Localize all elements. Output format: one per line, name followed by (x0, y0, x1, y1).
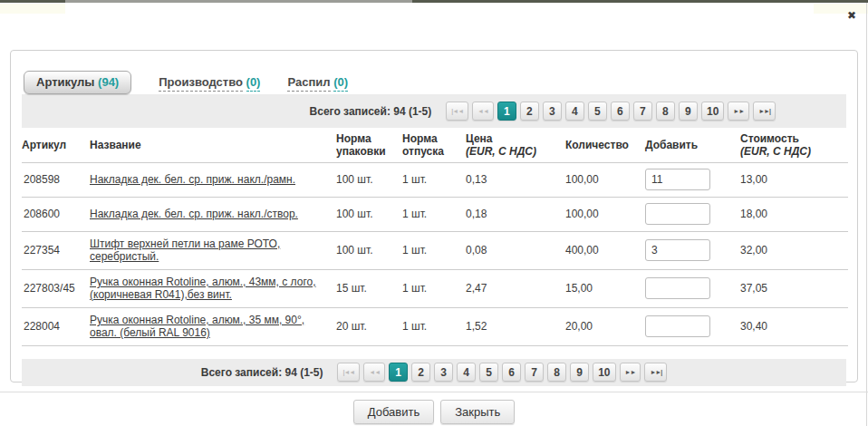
page-button-9[interactable]: 9 (679, 102, 698, 121)
pagination-bottom: Всего записей: 94 (1-5) |◄◄◄◄12345678910… (22, 359, 846, 386)
first-page-button: |◄◄ (337, 363, 360, 382)
column-header-5: Цена(EUR, С НДС) (466, 128, 565, 162)
article-name-link[interactable]: Накладка дек. бел. ср. приж. накл./рамн. (90, 173, 295, 186)
tab-production[interactable]: Производство (0) (159, 75, 260, 89)
last-page-button[interactable]: ►►| (753, 102, 776, 121)
page-button-5[interactable]: 5 (479, 363, 498, 382)
add-quantity-input[interactable] (645, 277, 710, 299)
window-top-edge-segment (65, 0, 412, 3)
page-button-9[interactable]: 9 (570, 363, 589, 382)
price-cell: 0,18 (466, 197, 565, 231)
next-page-button[interactable]: ►► (620, 363, 641, 382)
tab-production-label: Производство (159, 75, 243, 92)
name-cell: Ручка оконная Rotoline, алюм., 43мм, с л… (90, 269, 336, 307)
tab-articles[interactable]: Артикулы (94) (24, 71, 131, 94)
page-button-5[interactable]: 5 (588, 102, 607, 121)
add-cell (645, 269, 740, 307)
page-button-8[interactable]: 8 (656, 102, 675, 121)
article-name-link[interactable]: Накладка дек. бел. ср. приж. накл./створ… (90, 208, 298, 220)
add-cell (645, 231, 740, 269)
article-name-link[interactable]: Ручка оконная Rotoline, алюм., 43мм, с л… (90, 276, 316, 301)
column-header-4: Норма отпуска (402, 128, 466, 162)
article-cell: 208600 (22, 197, 90, 231)
table-row: 208598Накладка дек. бел. ср. приж. накл.… (22, 162, 848, 197)
quantity-cell: 100,00 (565, 197, 645, 231)
close-button[interactable]: Закрыть (440, 400, 515, 424)
article-name-link[interactable]: Штифт верхней петли на раме РОТО, серебр… (90, 237, 280, 263)
add-cell (645, 197, 740, 231)
page-button-7[interactable]: 7 (525, 363, 544, 382)
table-row: 227803/45Ручка оконная Rotoline, алюм., … (22, 269, 848, 307)
price-cell: 0,13 (466, 162, 565, 197)
records-summary-bottom: Всего записей: 94 (1-5) (201, 366, 323, 379)
page-button-4[interactable]: 4 (457, 363, 476, 382)
article-cell: 208598 (22, 162, 90, 197)
page-button-2[interactable]: 2 (520, 102, 539, 121)
page-button-7[interactable]: 7 (633, 102, 652, 121)
tab-bar: Артикулы (94) Производство (0) Распил (0… (11, 51, 857, 94)
tab-production-count: (0) (246, 75, 261, 92)
pack-cell: 100 шт. (336, 162, 402, 197)
column-header-6: Количество (565, 128, 645, 162)
cost-cell: 37,05 (740, 269, 848, 307)
tab-raspil-count: (0) (333, 75, 348, 92)
page-button-2[interactable]: 2 (411, 363, 430, 382)
last-page-button[interactable]: ►►| (644, 363, 667, 382)
cost-cell: 18,00 (740, 197, 848, 231)
quantity-cell: 20,00 (565, 307, 645, 345)
article-cell: 227803/45 (22, 269, 90, 307)
prev-page-button: ◄◄ (363, 363, 385, 382)
page-button-3[interactable]: 3 (543, 102, 562, 121)
first-page-button: |◄◄ (446, 102, 468, 121)
add-quantity-input[interactable] (645, 203, 710, 225)
page-button-1[interactable]: 1 (497, 102, 516, 121)
pack-cell: 100 шт. (336, 231, 402, 269)
tab-articles-label: Артикулы (36, 75, 94, 89)
release-cell: 1 шт. (402, 231, 466, 269)
articles-panel: Артикулы (94) Производство (0) Распил (0… (10, 50, 858, 382)
cost-cell: 30,40 (740, 307, 848, 345)
add-quantity-input[interactable] (645, 169, 710, 190)
quantity-cell: 100,00 (565, 162, 645, 197)
price-cell: 1,52 (466, 307, 565, 345)
release-cell: 1 шт. (402, 197, 466, 231)
tab-articles-count: (94) (98, 75, 119, 89)
page-button-10[interactable]: 10 (593, 363, 615, 382)
column-header-2: Название (90, 128, 336, 162)
page-button-1[interactable]: 1 (389, 363, 408, 382)
article-cell: 227354 (22, 231, 90, 269)
add-button[interactable]: Добавить (353, 400, 434, 424)
tab-raspil[interactable]: Распил (0) (287, 75, 348, 89)
article-name-link[interactable]: Ручка оконная Rotoline, алюм., 35 мм, 90… (90, 314, 304, 339)
page-button-8[interactable]: 8 (547, 363, 566, 382)
close-icon[interactable]: ✖ (847, 9, 856, 22)
background-page-strip-right (814, 4, 868, 14)
tab-raspil-label: Распил (287, 75, 330, 92)
name-cell: Накладка дек. бел. ср. приж. накл./рамн. (90, 162, 336, 197)
page-button-4[interactable]: 4 (565, 102, 584, 121)
table-row: 208600Накладка дек. бел. ср. приж. накл.… (22, 197, 848, 231)
pagination-top: Всего записей: 94 (1-5) |◄◄◄◄12345678910… (22, 94, 846, 128)
prev-page-button: ◄◄ (472, 102, 494, 121)
articles-table: АртикулНазваниеНорма упаковкиНорма отпус… (22, 128, 848, 346)
add-quantity-input[interactable] (645, 239, 710, 261)
pager-buttons-top: |◄◄◄◄12345678910►►►►| (446, 102, 776, 121)
release-cell: 1 шт. (402, 269, 466, 307)
name-cell: Ручка оконная Rotoline, алюм., 35 мм, 90… (90, 307, 336, 345)
page-button-3[interactable]: 3 (434, 363, 453, 382)
page-button-6[interactable]: 6 (502, 363, 521, 382)
column-header-7: Добавить (645, 128, 740, 162)
cost-cell: 13,00 (740, 162, 848, 197)
release-cell: 1 шт. (402, 162, 466, 197)
window-top-edge (0, 0, 868, 3)
pack-cell: 20 шт. (336, 307, 402, 345)
background-page-strip-left (0, 4, 65, 14)
table-row: 227354Штифт верхней петли на раме РОТО, … (22, 231, 848, 269)
name-cell: Штифт верхней петли на раме РОТО, серебр… (90, 231, 336, 269)
table-header: АртикулНазваниеНорма упаковкиНорма отпус… (22, 128, 848, 162)
page-button-6[interactable]: 6 (611, 102, 630, 121)
next-page-button[interactable]: ►► (728, 102, 749, 121)
column-header-3: Норма упаковки (336, 128, 402, 162)
page-button-10[interactable]: 10 (701, 102, 724, 121)
add-quantity-input[interactable] (645, 315, 710, 337)
